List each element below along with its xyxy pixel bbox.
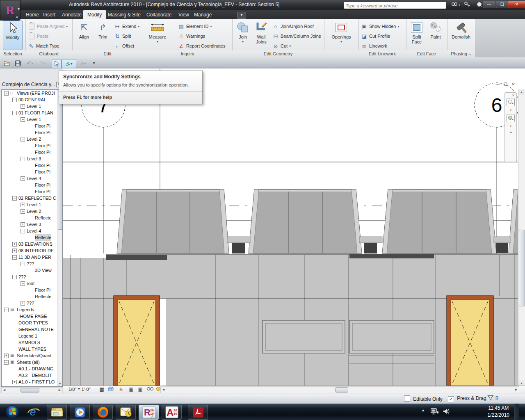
tree-item[interactable]: Floor Pl [2,129,62,136]
split-face-button[interactable]: Split Face [409,21,425,44]
tree-item[interactable]: Floor Pl [2,287,62,293]
collapse-icon[interactable]: − [21,281,25,286]
hidden-icons-caret-icon[interactable]: ▲ [421,408,425,412]
collapse-icon[interactable]: − [21,176,25,181]
press-drag-box-icon[interactable]: ✓ [448,396,454,402]
tree-item[interactable]: Floor Pl [2,123,62,129]
selection-filter[interactable]: :0 [487,395,498,401]
join-button[interactable]: Join ▾ [235,21,251,44]
canvas-hscrollbar-thumb[interactable] [335,387,348,393]
restore-button[interactable]: ❏ [496,1,509,8]
tree-item[interactable]: Floor Pl [2,142,62,149]
tree-item[interactable]: −01 FLOOR PLAN [2,110,62,116]
default-3d-view-button[interactable]: ⌂▾ [77,59,89,67]
tree-item[interactable]: −▤Legends [2,306,62,313]
editable-only-box-icon[interactable] [404,395,410,402]
show-hidden-button[interactable]: ▣ Show Hidden▾ [361,22,399,31]
collapse-icon[interactable]: − [12,275,17,279]
collapse-icon[interactable]: − [4,360,9,365]
tree-item[interactable]: WALL TYPES [2,346,62,352]
tree-item[interactable]: Reflecte [2,215,62,221]
tree-item[interactable]: +A1.0 - FIRST FLO [2,379,62,385]
collapse-icon[interactable]: − [12,255,17,260]
tree-item[interactable]: Floor Pl [2,182,62,188]
expand-icon[interactable]: + [12,380,17,384]
scroll-left-icon[interactable]: ◀ [2,388,7,392]
modify-button[interactable]: Modify [3,21,23,50]
open-button[interactable] [2,59,11,67]
tree-item[interactable]: −Level 3 [2,155,62,162]
scroll-right-icon[interactable]: ▶ [57,388,62,392]
collapse-icon[interactable]: − [12,98,17,102]
shadows-icon[interactable]: ☀✕ [117,386,124,393]
minimize-button[interactable]: — [483,1,495,8]
steering-wheel-icon[interactable] [507,98,515,106]
tree-item[interactable]: A0.2 - DEMOLIT [2,372,62,379]
expand-icon[interactable]: + [21,203,25,207]
demolish-button[interactable]: Demolish [450,21,472,39]
tree-item[interactable]: +▦Schedules/Quant [2,352,62,359]
browser-hscrollbar-thumb[interactable] [21,388,39,393]
tree-item[interactable]: Floor Pl [2,162,62,169]
tree-item[interactable]: SYMBOLS [2,339,62,346]
navbar-caret-icon[interactable]: ▾ [510,108,511,112]
scroll-down-icon[interactable]: ▼ [57,381,62,386]
modify-tool-button[interactable] [52,59,62,68]
collapse-icon[interactable]: − [12,111,17,115]
start-button[interactable] [2,405,22,419]
communication-center-icon[interactable] [475,1,483,9]
tree-item[interactable]: 3D View [2,267,62,274]
taskbar-firefox[interactable] [93,405,113,420]
search-icon[interactable] [450,1,459,9]
browser-horizontal-scrollbar[interactable]: ◀ ▶ [1,387,63,393]
beam-column-joins-button[interactable]: ⊟ Beam/Column Joins [272,32,321,41]
tree-item[interactable]: −11 3D AND PER [2,254,62,260]
taskbar-clock[interactable]: 11:45 AM 1/22/2010 [488,405,509,419]
browser-vertical-scrollbar[interactable]: ▲ ▼ [57,90,62,386]
search-dropdown-icon[interactable]: ▾ [459,3,460,7]
taskbar-outlook[interactable] [116,405,136,420]
roof-beams[interactable] [117,189,518,253]
tree-item[interactable]: Floor Pl [2,149,62,155]
tree-item[interactable]: −00 GENERAL [2,96,62,103]
tree-item[interactable]: GENERAL NOTE [2,326,62,333]
beam-2[interactable] [249,189,362,253]
view-minimize-icon[interactable]: — [495,82,500,87]
crop-view-icon[interactable]: ▣ [128,386,135,393]
linework-button[interactable]: ≣ Linework [361,41,387,50]
navbar-close-icon[interactable]: ✕ [512,94,515,97]
expand-icon[interactable]: + [21,104,25,109]
collapse-icon[interactable]: − [4,308,9,312]
collapse-icon[interactable]: − [21,209,25,214]
expand-icon[interactable]: + [21,222,25,227]
close-button[interactable]: ✕ [508,1,525,8]
show-desktop-button[interactable] [514,404,519,420]
search-input[interactable] [344,3,446,9]
element-id-button[interactable]: ▥ Element ID▾ [178,22,212,31]
press-drag-checkbox[interactable]: ✓ Press & Drag [448,395,486,402]
tab-annotate[interactable]: Annotate [57,10,86,19]
tree-item[interactable]: −Level 1 [2,116,62,123]
tab-manage[interactable]: Manage [189,10,216,19]
taskbar-internet-explorer[interactable]: e [24,405,43,419]
tree-item[interactable]: +Level 1 [2,103,62,110]
expand-icon[interactable]: + [21,301,25,306]
expand-icon[interactable]: + [4,354,9,358]
zoom-caret-icon[interactable]: ▾ [510,124,511,128]
collapse-icon[interactable]: − [12,196,17,201]
tree-item[interactable]: −??? [2,260,62,267]
view-scale[interactable]: 1/8" = 1'-0" [68,387,91,392]
canvas-horizontal-scrollbar[interactable]: ◀ ▶ [160,386,519,393]
phasing-expander-icon[interactable]: ↘ [468,52,471,56]
detail-level-icon[interactable]: ▦ [98,386,105,393]
browser-scrollbar-thumb[interactable] [58,96,63,230]
taskbar-acrobat[interactable] [188,405,208,420]
tree-item[interactable]: −▣Sheets (all) [2,359,62,365]
tree-item[interactable]: −??? [2,274,62,280]
tree-item[interactable]: Reflecte [2,234,62,241]
volume-icon[interactable] [443,408,450,416]
canvas-vscrollbar-thumb[interactable] [519,230,525,306]
canvas-vertical-scrollbar[interactable]: ▲ ▼ [518,89,525,386]
tree-item[interactable]: Reflecte [2,293,62,300]
visual-style-icon[interactable] [107,386,114,393]
